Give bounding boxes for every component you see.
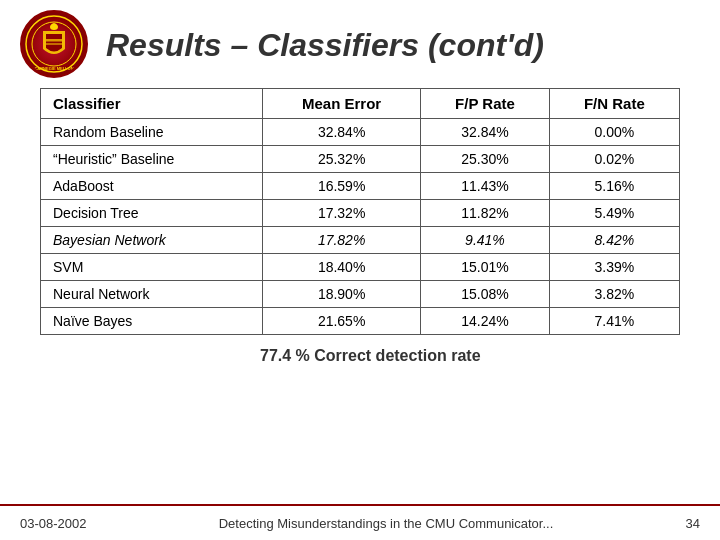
cell-value: 7.41%	[549, 308, 679, 335]
main-content: Classifier Mean Error F/P Rate F/N Rate …	[0, 88, 720, 377]
svg-rect-3	[46, 43, 62, 45]
cell-value: 11.82%	[421, 200, 550, 227]
footer: 03-08-2002 Detecting Misunderstandings i…	[0, 504, 720, 540]
cell-value: 32.84%	[421, 119, 550, 146]
table-row: “Heuristic” Baseline25.32%25.30%0.02%	[41, 146, 680, 173]
cell-value: 11.43%	[421, 173, 550, 200]
cell-value: 25.32%	[263, 146, 421, 173]
cell-value: 0.00%	[549, 119, 679, 146]
table-row: Neural Network18.90%15.08%3.82%	[41, 281, 680, 308]
cell-value: 14.24%	[421, 308, 550, 335]
table-row: Random Baseline32.84%32.84%0.00%	[41, 119, 680, 146]
footer-page: 34	[686, 516, 700, 531]
cell-classifier: Bayesian Network	[41, 227, 263, 254]
logo: CARNEGIE MELLON	[20, 10, 90, 80]
cell-value: 17.32%	[263, 200, 421, 227]
cell-value: 5.49%	[549, 200, 679, 227]
footer-date: 03-08-2002	[20, 516, 87, 531]
cell-value: 5.16%	[549, 173, 679, 200]
header: CARNEGIE MELLON Results – Classifiers (c…	[0, 0, 720, 88]
cell-classifier: Decision Tree	[41, 200, 263, 227]
svg-text:CARNEGIE MELLON: CARNEGIE MELLON	[34, 66, 73, 71]
cell-value: 3.39%	[549, 254, 679, 281]
cell-value: 9.41%	[421, 227, 550, 254]
cell-classifier: Random Baseline	[41, 119, 263, 146]
table-row: Naïve Bayes21.65%14.24%7.41%	[41, 308, 680, 335]
cell-classifier: AdaBoost	[41, 173, 263, 200]
col-fp-rate: F/P Rate	[421, 89, 550, 119]
cell-value: 0.02%	[549, 146, 679, 173]
cell-classifier: “Heuristic” Baseline	[41, 146, 263, 173]
table-row: AdaBoost16.59%11.43%5.16%	[41, 173, 680, 200]
cell-value: 3.82%	[549, 281, 679, 308]
cell-value: 18.40%	[263, 254, 421, 281]
col-mean-error: Mean Error	[263, 89, 421, 119]
cell-value: 21.65%	[263, 308, 421, 335]
cell-value: 8.42%	[549, 227, 679, 254]
page-title: Results – Classifiers (cont'd)	[106, 27, 544, 64]
cell-value: 17.82%	[263, 227, 421, 254]
cell-value: 16.59%	[263, 173, 421, 200]
col-fn-rate: F/N Rate	[549, 89, 679, 119]
table-header-row: Classifier Mean Error F/P Rate F/N Rate	[41, 89, 680, 119]
table-row: SVM18.40%15.01%3.39%	[41, 254, 680, 281]
table-row: Decision Tree17.32%11.82%5.49%	[41, 200, 680, 227]
footer-title: Detecting Misunderstandings in the CMU C…	[219, 516, 554, 531]
annotation-text: 77.4 % Correct detection rate	[260, 347, 481, 365]
cell-value: 15.01%	[421, 254, 550, 281]
cell-classifier: Neural Network	[41, 281, 263, 308]
cell-value: 32.84%	[263, 119, 421, 146]
svg-rect-2	[46, 39, 62, 42]
cell-classifier: Naïve Bayes	[41, 308, 263, 335]
results-table: Classifier Mean Error F/P Rate F/N Rate …	[40, 88, 680, 335]
cmu-logo: CARNEGIE MELLON	[20, 10, 88, 78]
table-row: Bayesian Network17.82%9.41%8.42%	[41, 227, 680, 254]
col-classifier: Classifier	[41, 89, 263, 119]
annotation-area: 77.4 % Correct detection rate	[40, 337, 680, 377]
cell-value: 18.90%	[263, 281, 421, 308]
cell-classifier: SVM	[41, 254, 263, 281]
cell-value: 15.08%	[421, 281, 550, 308]
cell-value: 25.30%	[421, 146, 550, 173]
